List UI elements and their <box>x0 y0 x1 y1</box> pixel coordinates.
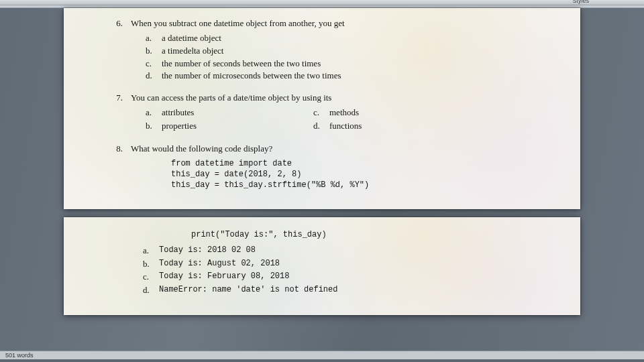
question-number: 6. <box>113 17 131 30</box>
option-d: d.NameError: name 'date' is not defined <box>143 284 533 297</box>
question-8-stem: 8.What would the following code display? <box>131 143 533 156</box>
option-letter: c. <box>313 107 329 119</box>
status-bar: 501 words <box>0 351 644 359</box>
option-text: functions <box>329 120 362 133</box>
question-7: 7.You can access the parts of a date/tim… <box>131 92 533 133</box>
option-text: the number of microseconds between the t… <box>162 70 341 82</box>
question-6: 6.When you subtract one datetime object … <box>131 17 533 82</box>
document-workspace: 6.When you subtract one datetime object … <box>0 8 644 359</box>
option-letter: b. <box>146 45 162 58</box>
option-text: properties <box>162 120 197 133</box>
option-b: b.Today is: August 02, 2018 <box>143 257 533 271</box>
option-a: a.attributes <box>146 107 313 119</box>
option-a: a.a datetime object <box>146 32 533 45</box>
question-7-stem: 7.You can access the parts of a date/tim… <box>131 92 533 105</box>
option-b: b.properties <box>146 120 313 133</box>
option-a: a.Today is: 2018 02 08 <box>143 244 533 257</box>
option-c: c.the number of seconds between the two … <box>146 58 533 70</box>
word-count: 501 words <box>5 352 34 359</box>
option-text: NameError: name 'date' is not defined <box>159 284 337 297</box>
option-letter: d. <box>143 284 159 297</box>
option-text: Today is: August 02, 2018 <box>159 257 280 271</box>
question-text: When you subtract one datetime object fr… <box>131 18 345 28</box>
option-text: Today is: 2018 02 08 <box>159 244 256 257</box>
ribbon-fragment: Styles <box>0 0 644 5</box>
option-text: a timedelta object <box>162 45 223 58</box>
option-text: Today is: February 08, 2018 <box>159 270 289 284</box>
option-letter: a. <box>143 244 159 257</box>
question-number: 7. <box>113 92 131 105</box>
question-number: 8. <box>113 143 131 156</box>
option-letter: b. <box>146 120 162 133</box>
option-text: attributes <box>162 107 194 119</box>
code-block-2: print("Today is:", this_day) <box>131 229 533 240</box>
option-letter: d. <box>146 70 162 82</box>
option-letter: c. <box>146 58 162 70</box>
option-letter: b. <box>143 257 159 271</box>
option-text: the number of seconds between the two ti… <box>162 58 321 70</box>
question-8-options: a.Today is: 2018 02 08 b.Today is: Augus… <box>131 244 533 296</box>
document-page-1: 6.When you subtract one datetime object … <box>64 8 580 209</box>
question-6-options: a.a datetime object b.a timedelta object… <box>131 32 533 82</box>
document-page-2: print("Today is:", this_day) a.Today is:… <box>64 217 580 315</box>
question-8: 8.What would the following code display?… <box>131 143 533 190</box>
code-block-1: from datetime import date this_day = dat… <box>131 158 533 191</box>
option-text: methods <box>329 107 359 119</box>
option-letter: c. <box>143 270 159 284</box>
option-d: d.the number of microseconds between the… <box>146 70 533 82</box>
question-text: You can access the parts of a date/time … <box>131 93 331 103</box>
option-b: b.a timedelta object <box>146 45 533 58</box>
question-text: What would the following code display? <box>131 143 272 154</box>
option-text: a datetime object <box>162 32 221 45</box>
option-letter: d. <box>313 120 329 133</box>
option-letter: a. <box>146 32 162 45</box>
question-6-stem: 6.When you subtract one datetime object … <box>131 17 533 30</box>
question-7-options: a.attributes c.methods b.properties d.fu… <box>131 107 533 133</box>
option-c: c.methods <box>313 107 481 119</box>
option-c: c.Today is: February 08, 2018 <box>143 270 533 284</box>
ribbon-styles-label: Styles <box>572 0 589 4</box>
option-d: d.functions <box>313 120 481 133</box>
option-letter: a. <box>146 107 162 119</box>
